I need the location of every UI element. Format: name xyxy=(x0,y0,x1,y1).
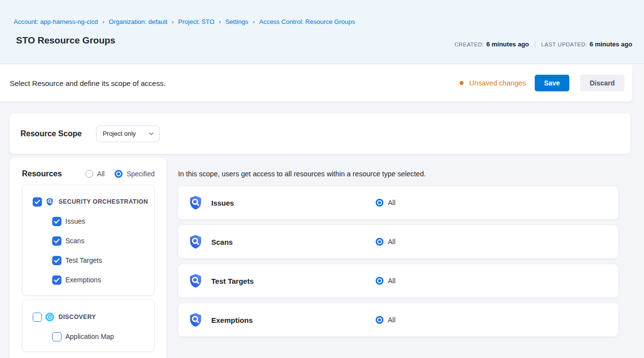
discard-button[interactable]: Discard xyxy=(580,75,624,91)
toolbar: Select Resource and define its scope of … xyxy=(0,64,632,102)
resources-title: Resources xyxy=(22,169,62,178)
breadcrumb-separator: › xyxy=(102,18,104,25)
meta-divider xyxy=(535,41,535,48)
breadcrumb-account-link[interactable]: Account: app-harness-ng-cicd xyxy=(14,18,98,25)
radio-resources-specified[interactable] xyxy=(115,170,122,178)
radio-all-scans-label: All xyxy=(388,238,396,246)
resource-row-scans: Scans xyxy=(22,231,154,251)
scope-description: In this scope, users get access to all r… xyxy=(178,170,630,178)
last-updated-value: 6 minutes ago xyxy=(590,41,632,48)
shield-search-icon xyxy=(188,273,203,289)
page-header: Account: app-harness-ng-cicd › Organizat… xyxy=(0,0,644,64)
checkbox-security-orchestration[interactable] xyxy=(33,197,42,207)
shield-search-icon xyxy=(45,197,54,206)
resource-card-scans: Scans All xyxy=(178,225,618,258)
unsaved-changes-dot-icon xyxy=(460,81,463,85)
created-label: CREATED: xyxy=(454,42,484,47)
group-label-security-orchestration: SECURITY ORCHESTRATION xyxy=(59,198,148,205)
checkbox-exemptions[interactable] xyxy=(52,275,61,285)
checkbox-application-map[interactable] xyxy=(52,332,61,341)
unsaved-changes-text: Unsaved changes xyxy=(469,79,526,87)
breadcrumb-separator: › xyxy=(172,18,174,25)
radio-all-exemptions[interactable] xyxy=(376,316,383,324)
breadcrumb-project-link[interactable]: Project: STO xyxy=(178,18,214,25)
group-row-security-orchestration: SECURITY ORCHESTRATION xyxy=(22,192,154,211)
toolbar-description: Select Resource and define its scope of … xyxy=(10,79,165,87)
scope-detail-panel: In this scope, users get access to all r… xyxy=(178,158,630,342)
resource-row-application-map: Application Map xyxy=(22,327,154,346)
header-meta: CREATED: 6 minutes ago LAST UPDATED: 6 m… xyxy=(454,41,632,48)
breadcrumb-settings-link[interactable]: Settings xyxy=(225,18,248,25)
resource-card-issues: Issues All xyxy=(178,186,618,219)
save-button[interactable]: Save xyxy=(535,75,569,91)
resource-scope-label: Resource Scope xyxy=(20,129,81,138)
resource-label-exemptions: Exemptions xyxy=(65,276,101,284)
resource-card-title: Test Targets xyxy=(211,277,254,285)
radio-all-test-targets-label: All xyxy=(388,277,396,285)
group-row-discovery: DISCOVERY xyxy=(22,307,154,327)
group-label-discovery: DISCOVERY xyxy=(59,314,96,320)
shield-search-icon xyxy=(188,195,203,211)
chevron-down-icon xyxy=(148,131,154,137)
last-updated-label: LAST UPDATED: xyxy=(541,42,587,47)
resource-scope-selected-value: Project only xyxy=(102,130,136,137)
created-value: 6 minutes ago xyxy=(486,41,529,48)
checkbox-test-targets[interactable] xyxy=(52,256,61,265)
resource-row-exemptions: Exemptions xyxy=(22,270,154,290)
checkbox-discovery[interactable] xyxy=(33,313,42,322)
breadcrumb-separator: › xyxy=(219,18,221,25)
radio-all-issues-label: All xyxy=(388,199,396,207)
breadcrumb-organization-link[interactable]: Organization: default xyxy=(109,18,167,25)
resource-label-application-map: Application Map xyxy=(65,333,114,340)
breadcrumb-resource-groups-link[interactable]: Access Control: Resource Groups xyxy=(259,18,355,25)
resource-label-scans: Scans xyxy=(65,237,84,245)
radio-resources-all[interactable] xyxy=(85,170,93,178)
resource-card-exemptions: Exemptions All xyxy=(178,303,618,337)
resource-scope-card: Resource Scope Project only xyxy=(10,113,630,154)
radio-all-scans[interactable] xyxy=(376,238,383,246)
checkbox-scans[interactable] xyxy=(52,236,61,246)
resource-card-title: Issues xyxy=(211,199,234,207)
resource-card-test-targets: Test Targets All xyxy=(178,264,618,297)
group-security-orchestration: SECURITY ORCHESTRATION Issues Scans Test… xyxy=(22,185,155,295)
resource-row-issues: Issues xyxy=(22,211,154,231)
radio-resources-all-label: All xyxy=(97,170,105,178)
shield-search-icon xyxy=(188,312,203,328)
breadcrumb: Account: app-harness-ng-cicd › Organizat… xyxy=(14,18,632,25)
resource-card-title: Scans xyxy=(211,238,233,246)
radar-icon xyxy=(45,313,54,321)
radio-all-exemptions-label: All xyxy=(388,316,396,324)
shield-search-icon xyxy=(188,234,203,250)
radio-all-test-targets[interactable] xyxy=(376,277,383,285)
resource-label-issues: Issues xyxy=(65,217,85,225)
group-discovery: DISCOVERY Application Map xyxy=(22,299,155,352)
checkbox-issues[interactable] xyxy=(52,217,61,226)
resources-panel: Resources All Specified xyxy=(10,158,166,358)
radio-resources-specified-label: Specified xyxy=(126,170,155,178)
resource-label-test-targets: Test Targets xyxy=(65,256,102,264)
resource-scope-select[interactable]: Project only xyxy=(96,126,160,142)
breadcrumb-separator: › xyxy=(253,18,255,25)
resource-row-test-targets: Test Targets xyxy=(22,251,154,270)
radio-all-issues[interactable] xyxy=(376,199,383,207)
content: Resource Scope Project only Resources Al… xyxy=(0,102,644,358)
resource-card-title: Exemptions xyxy=(211,316,253,324)
